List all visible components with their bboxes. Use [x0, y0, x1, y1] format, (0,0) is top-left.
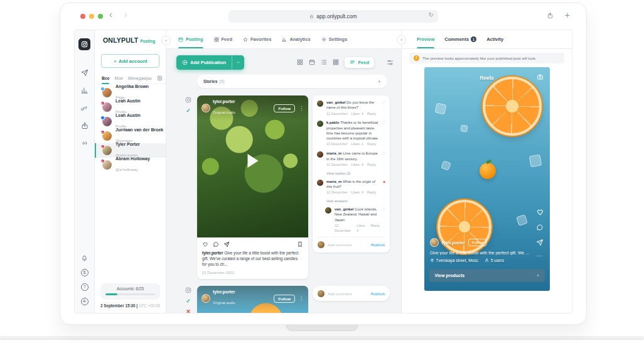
billing-icon[interactable]: $	[81, 269, 89, 276]
reply-link[interactable]: Reply	[367, 142, 376, 147]
close-window-icon[interactable]	[80, 14, 85, 19]
view-products-button[interactable]: View products ›	[429, 269, 545, 282]
help-icon[interactable]: ?	[81, 283, 89, 291]
calendar-view-icon[interactable]	[309, 59, 315, 65]
more-menu-icon[interactable]: ⋮	[298, 106, 304, 111]
add-publication-button[interactable]: Add Publication	[176, 55, 244, 70]
hide-answers-link[interactable]: Hide answers	[326, 199, 385, 203]
comment-icon[interactable]	[536, 224, 544, 231]
comment[interactable]: van_ginkel Do you know the name of this …	[317, 100, 385, 116]
send-icon[interactable]	[223, 241, 230, 248]
account-name: Abram Holloway	[115, 156, 150, 161]
live-icon[interactable]	[81, 139, 89, 147]
heart-icon[interactable]	[536, 208, 544, 216]
posting-product-icon[interactable]	[78, 38, 90, 50]
preview-collapse-button[interactable]: ‹	[397, 35, 406, 45]
tab-settings[interactable]: Settings	[321, 30, 348, 48]
add-story-icon[interactable]: +	[378, 79, 381, 85]
grid-view-icon[interactable]	[297, 59, 303, 65]
tab-managers[interactable]: Менеджеры	[128, 72, 152, 84]
reply-link[interactable]: Reply	[371, 224, 380, 234]
comment[interactable]: maria_m Lime came to Europe in the 16th …	[317, 151, 385, 167]
post-card[interactable]: tyler.porter Original audio Follow ⋮	[197, 286, 308, 313]
reply-link[interactable]: Reply	[367, 112, 376, 117]
like-heart-icon[interactable]: ♡	[382, 121, 385, 126]
account-row-selected[interactable]: Tyler Porter@tyler.porter	[95, 143, 166, 158]
reload-icon[interactable]: ↻	[429, 11, 434, 18]
account-row[interactable]: Leah AustinProfile	[95, 114, 166, 129]
sidebar-collapse-button[interactable]: ‹	[161, 36, 171, 45]
back-icon[interactable]: ‹	[109, 9, 112, 19]
tab-mine[interactable]: Мои	[114, 72, 122, 84]
like-heart-icon[interactable]: ♡	[382, 208, 385, 212]
address-bar[interactable]: app.onlypult.com ↻	[228, 10, 438, 23]
instagram-icon	[81, 41, 88, 48]
tab-activity[interactable]: Activity	[486, 30, 503, 48]
tab-preview[interactable]: Preview	[417, 30, 434, 48]
add-account-button[interactable]: + Add account	[101, 54, 159, 68]
stories-bar[interactable]: Stories (9) +	[197, 75, 387, 88]
more-dots-icon[interactable]: ...	[537, 254, 544, 256]
address-book-icon[interactable]	[157, 75, 163, 81]
comment-icon[interactable]	[213, 241, 219, 248]
send-icon[interactable]	[536, 239, 544, 246]
tab-analytics[interactable]: Analytics	[282, 30, 310, 48]
more-menu-icon[interactable]: ⋮	[298, 296, 304, 302]
add-publication-dropdown[interactable]	[232, 55, 244, 70]
tab-comments[interactable]: Comments1	[444, 30, 476, 48]
account-row[interactable]: Angelika BrownPage	[95, 85, 166, 100]
approve-check-icon[interactable]: ✓	[186, 298, 191, 304]
like-heart-icon[interactable]: ♡	[382, 152, 385, 156]
play-icon[interactable]	[247, 154, 258, 168]
minimize-window-icon[interactable]	[89, 14, 94, 19]
account-row[interactable]: Jurriaan van der Broek@jurriaan	[95, 129, 166, 143]
post-image-oranges[interactable]: tyler.porter Original audio Follow ⋮	[197, 286, 308, 313]
forward-icon[interactable]: ›	[124, 9, 127, 19]
follow-button[interactable]: Follow	[274, 295, 295, 303]
tagged-users-text[interactable]: 5 users	[491, 258, 504, 263]
reply-link[interactable]: Reply	[367, 190, 376, 195]
mosaic-view-icon[interactable]	[333, 59, 339, 65]
like-heart-icon-liked[interactable]: ♥	[383, 180, 385, 185]
link-icon[interactable]	[81, 104, 89, 112]
follow-button[interactable]: Follow	[274, 104, 295, 112]
reply-link[interactable]: Reply	[367, 163, 376, 168]
feed-view-button[interactable]: Feed	[345, 57, 374, 68]
new-tab-icon[interactable]: +	[565, 11, 570, 19]
view-replies-link[interactable]: View replies (2)	[326, 172, 385, 175]
post-card[interactable]: tyler.porter Original Audio Follow ⋮	[197, 95, 308, 279]
settings-icon[interactable]: ✳	[81, 298, 89, 305]
location-text[interactable]: Tverskaya street, Mosc	[436, 258, 478, 263]
follow-button[interactable]: Follow	[468, 239, 486, 246]
comment[interactable]: maria_m What is the origin of this fruit…	[317, 179, 385, 195]
add-comment-bar[interactable]: Add comment Publish	[313, 286, 390, 301]
analytics-icon[interactable]	[81, 87, 89, 94]
heart-icon[interactable]	[202, 241, 208, 248]
maximize-window-icon[interactable]	[98, 14, 103, 19]
send-icon[interactable]	[81, 69, 89, 77]
list-view-icon[interactable]	[321, 59, 327, 65]
tab-all[interactable]: Все	[102, 72, 109, 84]
camera-icon[interactable]	[537, 74, 544, 80]
publish-button[interactable]: Publish	[371, 242, 385, 247]
comment-reply[interactable]: van_ginkel Cook Islands, New Zealand, Ha…	[325, 207, 385, 233]
bookmark-icon[interactable]	[297, 241, 303, 248]
publish-button[interactable]: Publish	[371, 291, 385, 296]
like-heart-icon[interactable]: ♡	[382, 101, 385, 106]
comment[interactable]: k.pablo Thanks to its beneficial propert…	[317, 120, 385, 147]
sliders-icon[interactable]	[387, 59, 394, 66]
tab-posting[interactable]: Posting	[178, 30, 203, 48]
account-row[interactable]: Abram Holloway@a.holloway	[95, 158, 166, 172]
post-image-limes[interactable]: tyler.porter Original Audio Follow ⋮	[197, 95, 308, 237]
facebook-badge-icon	[100, 116, 105, 120]
add-comment-input[interactable]: Add comment	[328, 291, 368, 296]
publish-box-icon[interactable]	[81, 122, 89, 129]
tab-feed[interactable]: Feed	[214, 30, 233, 48]
share-icon[interactable]	[547, 12, 554, 19]
add-comment-input[interactable]: Add comment	[328, 242, 368, 247]
tab-favorites[interactable]: Favorites	[243, 30, 271, 48]
bell-icon[interactable]	[81, 255, 88, 262]
reject-x-icon[interactable]: ✕	[186, 309, 191, 313]
account-row[interactable]: Leah AustinProfile	[95, 100, 166, 114]
add-comment-row[interactable]: Add comment Publish	[317, 237, 385, 253]
